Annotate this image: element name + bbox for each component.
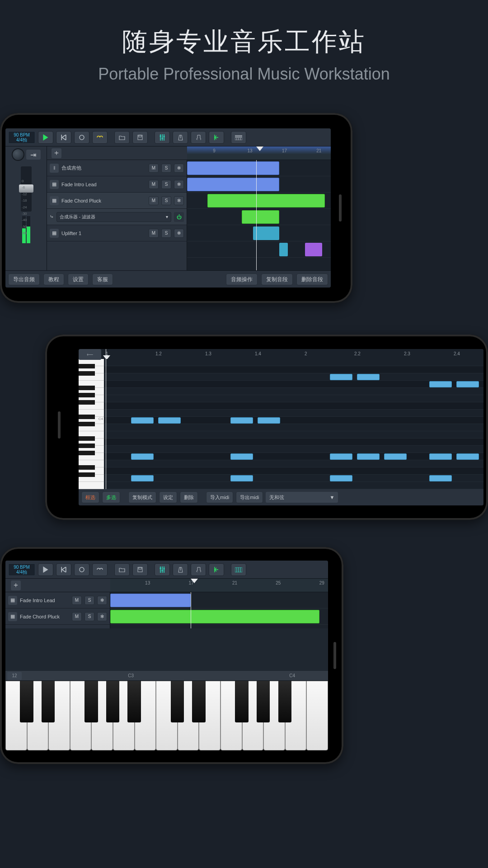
clip-area[interactable] <box>187 160 331 270</box>
midi-note[interactable] <box>384 453 407 460</box>
record-button[interactable] <box>74 563 89 576</box>
solo-button[interactable]: S <box>84 596 94 605</box>
timeline-ruler[interactable]: 13 17 21 25 29 <box>110 579 328 592</box>
solo-button[interactable]: S <box>161 229 171 238</box>
copy-clip-button[interactable]: 复制音段 <box>261 274 293 285</box>
record-button[interactable] <box>74 131 89 144</box>
chord-select[interactable]: 无和弦▼ <box>266 492 338 503</box>
black-key[interactable] <box>235 681 249 722</box>
midi-note[interactable] <box>330 374 352 380</box>
midi-note[interactable] <box>131 417 154 424</box>
midi-note[interactable] <box>456 453 479 460</box>
piano-button[interactable] <box>231 131 246 144</box>
track-header[interactable]: ▦ Uplifter 1 M S ✻ <box>47 225 187 241</box>
midi-note[interactable] <box>330 453 352 460</box>
midi-note[interactable] <box>131 453 154 460</box>
midi-note[interactable] <box>158 417 181 424</box>
track-header[interactable]: ⫴ 合成吉他 M S ✻ <box>47 160 187 176</box>
playhead-icon[interactable] <box>191 579 198 583</box>
timeline-ruler[interactable]: 9 13 17 21 <box>187 146 331 160</box>
export-midi-button[interactable]: 导出midi <box>236 491 263 503</box>
midi-note[interactable] <box>357 374 380 380</box>
save-button[interactable] <box>132 131 148 144</box>
back-button[interactable]: ⟵ <box>79 349 101 360</box>
black-key[interactable] <box>127 681 141 722</box>
loop-button[interactable] <box>92 131 108 144</box>
midi-note[interactable] <box>429 453 452 460</box>
solo-button[interactable]: S <box>161 164 171 173</box>
pianoroll-ruler[interactable]: ⟵ 1 1.2 1.3 1.4 2 2.2 2.3 2.4 <box>79 349 483 359</box>
folder-button[interactable] <box>114 131 130 144</box>
octave-number[interactable]: 12 <box>7 672 22 680</box>
metronome-button[interactable] <box>173 131 188 144</box>
tempo-button[interactable]: 90 BPM 4/4拍 <box>8 563 35 576</box>
notes-button[interactable] <box>191 563 206 576</box>
note-grid[interactable] <box>104 359 483 489</box>
mixer-button[interactable] <box>155 563 170 576</box>
snap-button[interactable] <box>209 131 224 144</box>
folder-button[interactable] <box>114 563 130 576</box>
midi-note[interactable] <box>258 417 280 424</box>
settings-button[interactable]: ✻ <box>174 196 184 205</box>
delete-clip-button[interactable]: 删除音段 <box>296 274 328 285</box>
midi-note[interactable] <box>131 475 154 481</box>
solo-button[interactable]: S <box>161 180 171 189</box>
pan-knob[interactable] <box>12 148 24 161</box>
mute-button[interactable]: M <box>149 196 159 205</box>
settings-button[interactable]: ✻ <box>174 229 184 238</box>
track-header[interactable]: ▦ Fade Intro Lead M S ✻ <box>47 176 187 193</box>
solo-button[interactable]: S <box>84 612 94 621</box>
settings-button[interactable]: ✻ <box>174 164 184 173</box>
midi-note[interactable] <box>230 475 253 481</box>
track-header[interactable]: ▦ Fade Intro Lead M S ✻ <box>5 592 110 609</box>
track-header[interactable]: ▦ Fade Chord Pluck M S ✻ <box>47 193 187 209</box>
copy-mode-button[interactable]: 复制模式 <box>128 491 156 503</box>
mute-button[interactable]: M <box>149 164 159 173</box>
white-key[interactable] <box>306 681 328 750</box>
support-button[interactable]: 客服 <box>92 274 113 285</box>
black-key[interactable] <box>42 681 55 722</box>
midi-note[interactable] <box>330 475 352 481</box>
mute-button[interactable]: M <box>72 612 82 621</box>
black-key[interactable] <box>106 681 120 722</box>
solo-button[interactable]: S <box>161 196 171 205</box>
notes-button[interactable] <box>191 131 206 144</box>
piano-keys[interactable]: C4 <box>79 359 104 489</box>
power-button[interactable]: ⏻ <box>174 212 184 222</box>
settings-button[interactable]: 设定 <box>159 491 177 503</box>
midi-note[interactable] <box>357 453 380 460</box>
play-button[interactable] <box>38 563 53 576</box>
midi-note[interactable] <box>429 475 452 481</box>
loop-button[interactable] <box>92 563 108 576</box>
black-key[interactable] <box>84 681 98 722</box>
mute-button[interactable]: M <box>72 596 82 605</box>
track-header[interactable]: ▦ Fade Chord Pluck M S ✻ <box>5 609 110 625</box>
black-key[interactable] <box>278 681 292 722</box>
expand-button[interactable]: ⇥ <box>26 150 41 160</box>
metronome-button[interactable] <box>173 563 188 576</box>
mixer-button[interactable] <box>155 131 170 144</box>
mute-button[interactable]: M <box>149 180 159 189</box>
settings-button[interactable]: 设置 <box>68 274 89 285</box>
black-key[interactable] <box>257 681 270 722</box>
add-track-button[interactable]: ＋ <box>52 148 61 158</box>
midi-note[interactable] <box>230 417 253 424</box>
tutorial-button[interactable]: 教程 <box>43 274 64 285</box>
save-button[interactable] <box>132 563 148 576</box>
rewind-button[interactable] <box>56 131 71 144</box>
import-midi-button[interactable]: 导入midi <box>206 491 233 503</box>
midi-note[interactable] <box>429 381 452 387</box>
black-key[interactable] <box>171 681 184 722</box>
delete-button[interactable]: 删除 <box>180 491 198 503</box>
add-track-button[interactable]: ＋ <box>11 580 21 590</box>
play-button[interactable] <box>38 131 53 144</box>
box-select-button[interactable]: 框选 <box>81 491 99 503</box>
mute-button[interactable]: M <box>149 229 159 238</box>
settings-button[interactable]: ✻ <box>174 180 184 189</box>
multi-select-button[interactable]: 多选 <box>102 491 120 503</box>
audio-ops-button[interactable]: 音频操作 <box>226 274 258 285</box>
piano-keyboard[interactable] <box>5 681 328 750</box>
tempo-button[interactable]: 90 BPM 4/4拍 <box>8 131 35 144</box>
snap-button[interactable] <box>209 563 224 576</box>
black-key[interactable] <box>192 681 206 722</box>
